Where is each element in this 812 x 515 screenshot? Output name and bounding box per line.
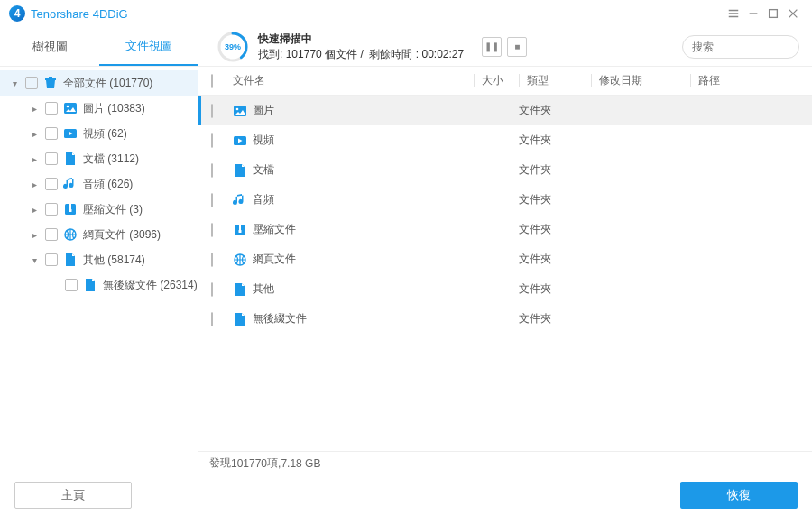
sidebar-item[interactable]: ▸網頁文件 (3096) <box>0 222 198 247</box>
tree-checkbox[interactable] <box>45 203 58 216</box>
sidebar-item[interactable]: ▾其他 (58174) <box>0 247 198 272</box>
expand-arrow-icon[interactable]: ▾ <box>29 255 40 265</box>
row-checkbox[interactable] <box>211 163 213 178</box>
status-bar: 發現101770項 , 7.18 GB <box>198 451 812 474</box>
tree-label: 網頁文件 (3096) <box>83 227 161 243</box>
col-path[interactable]: 路徑 <box>698 74 720 87</box>
menu-button[interactable] <box>724 4 743 23</box>
audio-icon <box>233 193 247 207</box>
row-name: 壓縮文件 <box>253 222 296 237</box>
col-size[interactable]: 大小 <box>482 74 503 87</box>
tree-label: 音頻 (626) <box>83 177 133 192</box>
col-type[interactable]: 類型 <box>527 74 549 87</box>
tree-label: 其他 (58174) <box>83 253 145 268</box>
expand-arrow-icon[interactable]: ▸ <box>29 205 40 215</box>
home-button[interactable]: 主頁 <box>14 482 132 509</box>
scan-title: 快速掃描中 <box>258 32 464 47</box>
table-body: 圖片文件夾視頻文件夾文檔文件夾音頻文件夾壓縮文件文件夾網頁文件文件夾其他文件夾無… <box>198 96 812 451</box>
tree-checkbox[interactable] <box>25 77 38 89</box>
scan-percent: 39% <box>217 31 249 63</box>
scan-status: 39% 快速掃描中 找到: 101770 個文件 / 剩餘時間 : 00:02:… <box>198 31 682 63</box>
row-checkbox[interactable] <box>211 104 213 118</box>
table-row[interactable]: 圖片文件夾 <box>198 96 812 125</box>
tree-checkbox[interactable] <box>45 127 58 140</box>
search-input[interactable] <box>692 41 812 53</box>
recover-button[interactable]: 恢復 <box>680 482 798 509</box>
search-box[interactable] <box>682 35 799 59</box>
expand-arrow-icon[interactable]: ▸ <box>29 154 40 164</box>
tab-tree-view[interactable]: 樹視圖 <box>0 27 99 66</box>
select-all-checkbox[interactable] <box>211 74 213 88</box>
pause-scan-button[interactable]: ❚❚ <box>482 37 502 57</box>
expand-arrow-icon[interactable]: ▾ <box>9 78 20 88</box>
row-checkbox[interactable] <box>211 133 213 148</box>
archive-icon <box>233 223 247 237</box>
table-row[interactable]: 壓縮文件文件夾 <box>198 215 812 244</box>
row-name: 網頁文件 <box>253 252 296 267</box>
table-row[interactable]: 視頻文件夾 <box>198 125 812 155</box>
tree-checkbox[interactable] <box>65 279 78 291</box>
tree-checkbox[interactable] <box>45 152 58 165</box>
image-icon <box>233 104 247 118</box>
col-name[interactable]: 文件名 <box>233 73 474 88</box>
content-pane: 文件名 大小 類型 修改日期 路徑 圖片文件夾視頻文件夾文檔文件夾音頻文件夾壓縮… <box>198 67 812 474</box>
tree-checkbox[interactable] <box>45 102 58 115</box>
close-button[interactable] <box>783 4 803 23</box>
doc-icon <box>63 253 78 267</box>
doc-icon <box>233 312 247 326</box>
col-date[interactable]: 修改日期 <box>599 74 642 87</box>
sidebar-item[interactable]: ▾全部文件 (101770) <box>0 70 198 96</box>
row-checkbox[interactable] <box>211 193 213 207</box>
minimize-button[interactable] <box>743 4 763 23</box>
sidebar-item[interactable]: 無後綴文件 (26314) <box>0 272 198 298</box>
app-logo-icon: 4 <box>9 5 25 22</box>
stop-scan-button[interactable]: ■ <box>507 37 527 57</box>
tab-file-view[interactable]: 文件視圖 <box>99 27 198 66</box>
expand-arrow-icon[interactable]: ▸ <box>29 104 40 114</box>
doc-icon <box>233 282 247 297</box>
trash-icon <box>43 76 58 90</box>
table-row[interactable]: 網頁文件文件夾 <box>198 244 812 274</box>
tree-checkbox[interactable] <box>45 178 58 190</box>
row-name: 文檔 <box>253 162 274 178</box>
tree-label: 無後綴文件 (26314) <box>103 278 198 293</box>
scan-detail: 找到: 101770 個文件 / 剩餘時間 : 00:02:27 <box>258 47 464 62</box>
row-checkbox[interactable] <box>211 312 213 326</box>
table-row[interactable]: 其他文件夾 <box>198 274 812 304</box>
sidebar-item[interactable]: ▸壓縮文件 (3) <box>0 197 198 222</box>
row-type: 文件夾 <box>519 252 591 267</box>
tree-label: 文檔 (3112) <box>83 152 139 167</box>
row-name: 無後綴文件 <box>253 311 307 326</box>
video-icon <box>233 133 247 148</box>
table-row[interactable]: 無後綴文件文件夾 <box>198 304 812 334</box>
app-title: Tenorshare 4DDiG <box>31 7 128 21</box>
sidebar-item[interactable]: ▸圖片 (10383) <box>0 96 198 121</box>
sidebar-item[interactable]: ▸視頻 (62) <box>0 121 198 146</box>
tree-checkbox[interactable] <box>45 253 58 266</box>
tree-label: 圖片 (10383) <box>83 101 145 116</box>
row-checkbox[interactable] <box>211 282 213 297</box>
table-row[interactable]: 文檔文件夾 <box>198 155 812 185</box>
table-header: 文件名 大小 類型 修改日期 路徑 <box>198 67 812 96</box>
maximize-button[interactable] <box>763 4 783 23</box>
sidebar-item[interactable]: ▸音頻 (626) <box>0 171 198 197</box>
row-name: 視頻 <box>253 133 274 148</box>
doc-icon <box>63 152 78 166</box>
table-row[interactable]: 音頻文件夾 <box>198 185 812 215</box>
row-type: 文件夾 <box>519 281 591 297</box>
archive-icon <box>63 202 78 216</box>
view-tabs: 樹視圖 文件視圖 <box>0 27 198 66</box>
sidebar-item[interactable]: ▸文檔 (3112) <box>0 146 198 171</box>
expand-arrow-icon[interactable]: ▸ <box>29 230 40 240</box>
image-icon <box>63 101 78 115</box>
expand-arrow-icon[interactable]: ▸ <box>29 179 40 189</box>
toolbar: 樹視圖 文件視圖 39% 快速掃描中 找到: 101770 個文件 / 剩餘時間… <box>0 27 812 67</box>
web-icon <box>233 253 247 267</box>
expand-arrow-icon[interactable]: ▸ <box>29 129 40 139</box>
tree-checkbox[interactable] <box>45 228 58 241</box>
row-checkbox[interactable] <box>211 253 213 267</box>
row-type: 文件夾 <box>519 222 591 237</box>
doc-icon <box>83 278 97 292</box>
tree-label: 壓縮文件 (3) <box>83 202 143 217</box>
row-checkbox[interactable] <box>211 223 213 237</box>
